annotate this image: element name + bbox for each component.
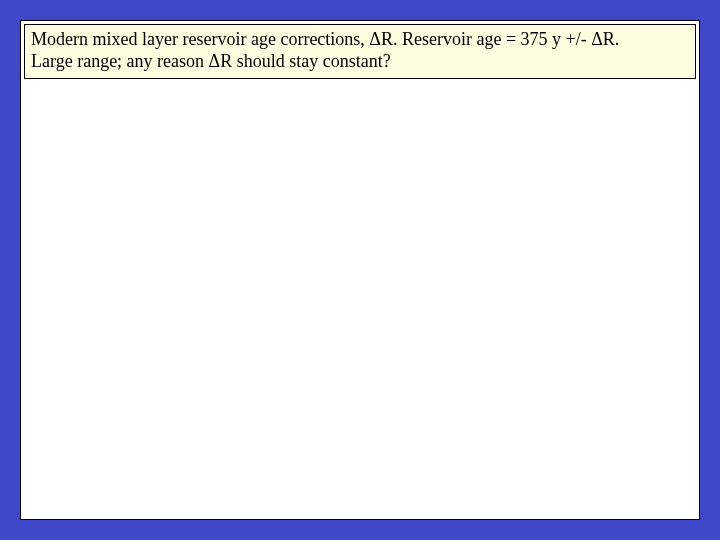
caption-line-1: Modern mixed layer reservoir age correct… xyxy=(31,29,687,51)
caption-box: Modern mixed layer reservoir age correct… xyxy=(24,24,696,79)
caption-line-2: Large range; any reason ΔR should stay c… xyxy=(31,51,687,73)
slide-frame: Modern mixed layer reservoir age correct… xyxy=(20,20,700,520)
